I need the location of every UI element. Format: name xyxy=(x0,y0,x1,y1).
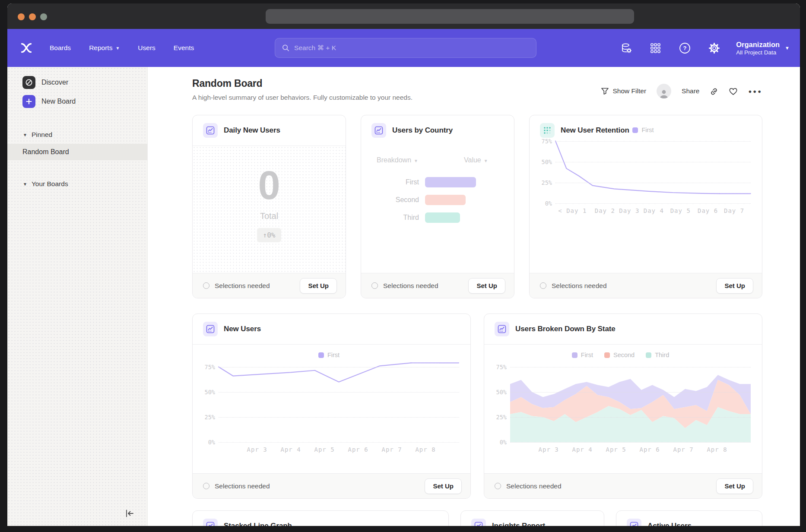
retention-grid-icon xyxy=(540,123,555,138)
chart-line-icon xyxy=(203,322,218,336)
legend-item: First xyxy=(318,352,340,358)
x-axis-labels: < Day 1Day 2Day 3Day 4Day 5Day 6Day 7 xyxy=(555,203,751,215)
share-button[interactable]: Share xyxy=(682,87,699,95)
x-tick-label: < Day 1 xyxy=(558,207,587,214)
country-row-label: Second xyxy=(361,196,419,204)
set-up-button[interactable]: Set Up xyxy=(468,278,505,294)
x-tick-label: Apr 6 xyxy=(348,446,368,453)
status-radio-icon xyxy=(495,483,501,489)
avatar[interactable] xyxy=(657,84,671,98)
set-up-button[interactable]: Set Up xyxy=(300,278,337,294)
plus-icon xyxy=(22,95,35,108)
help-icon[interactable]: ? xyxy=(679,42,691,54)
data-management-icon[interactable] xyxy=(620,42,632,54)
chart-line-icon xyxy=(471,519,486,526)
value-dropdown[interactable]: Value▼ xyxy=(464,156,488,164)
card-active-users: Active Users xyxy=(616,510,762,526)
chevron-down-icon: ▼ xyxy=(484,158,488,163)
window-zoom-button[interactable] xyxy=(40,13,47,20)
x-tick-label: Apr 5 xyxy=(606,446,626,453)
x-tick-label: Apr 7 xyxy=(673,446,693,453)
x-tick-label: Day 4 xyxy=(644,207,664,214)
gridline xyxy=(219,417,459,418)
board-header: Random Board A high-level summary of use… xyxy=(192,78,762,101)
chevron-down-icon: ▼ xyxy=(23,133,27,137)
country-row-label: First xyxy=(361,178,419,186)
country-row-label: Third xyxy=(361,214,419,222)
show-filter-button[interactable]: Show Filter xyxy=(601,87,647,95)
nav-reports[interactable]: Reports▼ xyxy=(89,44,120,52)
legend-item: Second xyxy=(604,352,635,358)
copy-link-button[interactable] xyxy=(710,87,718,95)
sidebar-item-label: Discover xyxy=(41,79,68,86)
y-tick-label: 50% xyxy=(542,158,552,165)
plot-area xyxy=(510,362,751,442)
apps-grid-icon[interactable] xyxy=(650,42,661,54)
y-tick-label: 0% xyxy=(500,439,507,446)
chevron-down-icon: ▼ xyxy=(115,46,120,51)
status-radio-icon xyxy=(540,282,546,289)
state-area-chart: FirstSecondThird 75%50%25%0% Apr 3Apr 4A… xyxy=(484,351,762,454)
global-search[interactable] xyxy=(275,38,536,58)
sidebar-item-discover[interactable]: Discover xyxy=(7,73,147,92)
country-breakdown-row: Third xyxy=(361,212,514,223)
kpi-delta-badge: ↑0% xyxy=(257,228,282,242)
nav-users[interactable]: Users xyxy=(138,44,155,52)
mixpanel-logo[interactable] xyxy=(21,43,32,53)
card-new-user-retention: New User Retention First 75%50%25%0% < D… xyxy=(529,115,762,298)
new-users-chart: First 75%50%25%0% Apr 3Apr 4Apr 5Apr 6Ap… xyxy=(193,351,470,454)
sidebar-board-random-board[interactable]: Random Board xyxy=(7,144,147,160)
nav-events[interactable]: Events xyxy=(174,44,194,52)
x-tick-label: Day 6 xyxy=(698,207,718,214)
chart-line-icon xyxy=(203,519,218,526)
gridline xyxy=(510,417,751,418)
x-tick-label: Day 7 xyxy=(724,207,744,214)
y-tick-label: 25% xyxy=(205,414,215,421)
nav-boards[interactable]: Boards xyxy=(50,44,71,52)
country-row-bar xyxy=(425,177,476,187)
org-name: Organization xyxy=(736,40,780,49)
chevron-down-icon: ▼ xyxy=(23,182,27,187)
sidebar-section-pinned[interactable]: ▼ Pinned xyxy=(7,128,147,141)
x-tick-label: Apr 8 xyxy=(707,446,727,453)
card-daily-new-users: Daily New Users 0 Total ↑0% Selections n… xyxy=(192,115,346,298)
y-tick-label: 75% xyxy=(496,364,507,370)
y-tick-label: 0% xyxy=(208,439,215,446)
chart-line-icon xyxy=(495,322,509,336)
more-options-button[interactable]: ●●● xyxy=(748,88,762,95)
org-switcher[interactable]: Organization All Project Data ▼ xyxy=(736,40,790,56)
browser-chrome xyxy=(7,3,800,29)
settings-gear-icon[interactable] xyxy=(708,42,720,54)
primary-nav: Boards Reports▼ Users Events xyxy=(50,44,194,52)
status-text: Selections needed xyxy=(215,482,270,490)
search-input[interactable] xyxy=(294,44,529,52)
window-close-button[interactable] xyxy=(18,13,25,20)
card-title: Active Users xyxy=(647,522,692,526)
set-up-button[interactable]: Set Up xyxy=(716,278,753,294)
x-tick-label: Apr 6 xyxy=(639,446,660,453)
x-tick-label: Day 2 xyxy=(595,207,615,214)
discover-compass-icon xyxy=(22,76,35,89)
card-new-users: New Users First 75%50%25%0% Apr 3Apr 4Ap… xyxy=(192,314,471,499)
navbar-right: ? Organization All P xyxy=(620,29,790,67)
x-tick-label: Day 3 xyxy=(619,207,639,214)
browser-window: Boards Reports▼ Users Events xyxy=(7,3,800,526)
set-up-button[interactable]: Set Up xyxy=(716,478,753,494)
sidebar-section-your-boards[interactable]: ▼ Your Boards xyxy=(7,177,147,190)
card-stacked-line-graph: Stacked Line Graph xyxy=(192,510,449,526)
sidebar-collapse-button[interactable] xyxy=(123,508,136,519)
traffic-lights xyxy=(18,13,47,20)
breakdown-dropdown[interactable]: Breakdown▼ xyxy=(377,156,418,164)
favorite-button[interactable] xyxy=(729,87,738,95)
x-axis-labels: Apr 3Apr 4Apr 5Apr 6Apr 7Apr 8 xyxy=(219,442,459,454)
y-tick-label: 0% xyxy=(545,200,552,207)
x-tick-label: Apr 5 xyxy=(314,446,335,453)
window-minimize-button[interactable] xyxy=(29,13,36,20)
set-up-button[interactable]: Set Up xyxy=(425,478,462,494)
card-title: Insights Report xyxy=(492,522,545,526)
status-text: Selections needed xyxy=(552,282,607,290)
sidebar-item-new-board[interactable]: New Board xyxy=(7,92,147,111)
org-scope: All Project Data xyxy=(736,49,780,56)
address-bar[interactable] xyxy=(266,9,634,24)
sidebar: Discover New Board ▼ Pinned Random Board xyxy=(7,67,148,526)
